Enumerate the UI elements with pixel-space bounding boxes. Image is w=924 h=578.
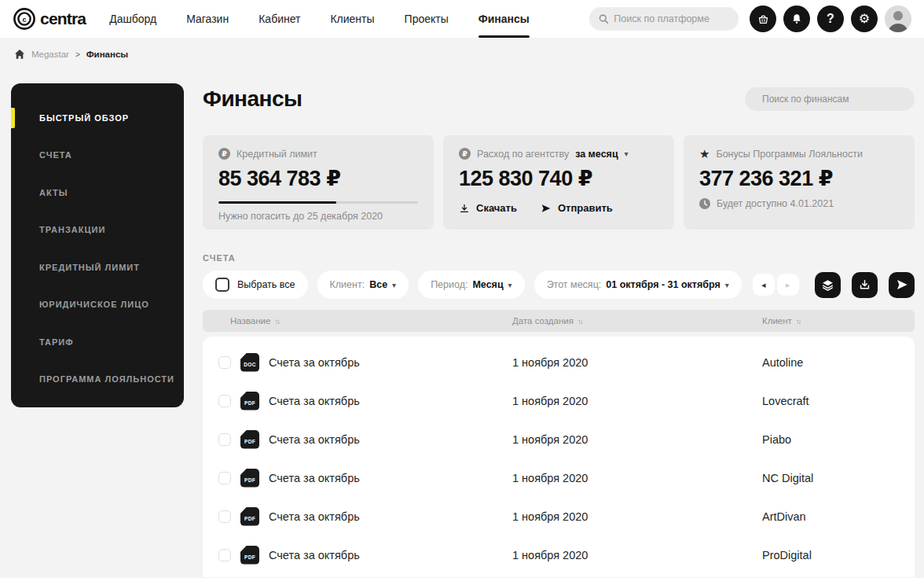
row-checkbox[interactable] bbox=[218, 549, 231, 561]
column-header-name[interactable]: Название ↑↓ bbox=[218, 316, 512, 326]
agency-spend-card: ₽ Расход по агентству за месяц ▾ 125 830… bbox=[443, 135, 674, 230]
table-row[interactable]: DOC Счета за октябрь 1 ноября 2020 Autol… bbox=[203, 343, 915, 381]
help-button[interactable]: ? bbox=[817, 6, 844, 32]
select-all-pill[interactable]: Выбрать все bbox=[203, 271, 308, 299]
invoice-date: 1 ноября 2020 bbox=[512, 510, 762, 523]
send-report-button[interactable]: Отправить bbox=[541, 202, 613, 214]
clock-icon bbox=[699, 198, 710, 209]
column-header-client[interactable]: Клиент ↑↓ bbox=[762, 316, 915, 326]
download-report-button[interactable]: Скачать bbox=[459, 202, 517, 214]
client-filter-label: Клиент: bbox=[330, 279, 365, 290]
sidebar-item[interactable]: АКТЫ bbox=[11, 174, 184, 212]
nav-item[interactable]: Кабинет bbox=[258, 0, 300, 38]
file-type-icon: PDF bbox=[240, 392, 259, 410]
spend-period-dropdown[interactable]: за месяц bbox=[575, 149, 618, 160]
breadcrumb-separator: > bbox=[75, 50, 80, 59]
invoice-name: Счета за октябрь bbox=[269, 472, 360, 484]
logo-wordmark: centra bbox=[40, 9, 86, 28]
sidebar-item[interactable]: ТРАНЗАКЦИИ bbox=[11, 212, 184, 249]
loyalty-bonus-label: Бонусы Программы Лояльности bbox=[716, 149, 862, 160]
sidebar-item[interactable]: ПРОГРАММА ЛОЯЛЬНОСТИ bbox=[11, 361, 184, 399]
send-icon bbox=[896, 278, 908, 291]
select-all-label: Выбрать все bbox=[237, 279, 295, 290]
invoices-filter-row: Выбрать все Клиент: Все ▾ Период: Месяц … bbox=[203, 271, 915, 299]
notifications-button[interactable] bbox=[783, 6, 810, 32]
invoice-name-cell: PDF Счета за октябрь bbox=[218, 392, 512, 410]
period-filter-value: Месяц bbox=[472, 279, 503, 290]
invoice-client: ArtDivan bbox=[762, 510, 915, 523]
client-filter-dropdown[interactable]: Клиент: Все ▾ bbox=[317, 271, 409, 299]
next-page-button[interactable]: ▸ bbox=[777, 274, 799, 296]
nav-item[interactable]: Дашборд bbox=[109, 0, 156, 38]
finance-search-input[interactable] bbox=[762, 94, 897, 105]
invoices-table-header: Название ↑↓ Дата создания ↑↓ Клиент ↑↓ bbox=[203, 310, 915, 332]
file-type-icon: PDF bbox=[240, 469, 259, 488]
finance-search[interactable] bbox=[745, 87, 915, 111]
invoice-date: 1 ноября 2020 bbox=[512, 433, 762, 446]
home-icon[interactable] bbox=[14, 49, 25, 60]
star-icon: ★ bbox=[699, 148, 710, 160]
sort-icon: ↑↓ bbox=[796, 317, 801, 326]
breadcrumb-root[interactable]: Megastar bbox=[31, 50, 69, 59]
centra-logo[interactable]: c centra bbox=[13, 7, 86, 31]
send-button[interactable] bbox=[889, 272, 915, 298]
nav-item[interactable]: Финансы bbox=[478, 0, 530, 38]
basket-icon bbox=[757, 13, 770, 26]
column-label: Дата создания bbox=[512, 316, 574, 326]
month-range-dropdown[interactable]: Этот месяц: 01 октября - 31 октября ▾ bbox=[534, 271, 742, 299]
sidebar-item-label: ТРАНЗАКЦИИ bbox=[39, 225, 105, 234]
sidebar-item-label: СЧЕТА bbox=[39, 150, 72, 160]
loyalty-bonus-footer: Будет доступно 4.01.2021 bbox=[699, 198, 899, 209]
layers-button[interactable] bbox=[815, 272, 841, 298]
question-icon: ? bbox=[827, 13, 834, 25]
table-row[interactable]: PDF Счета за октябрь 1 ноября 2020 Lovec… bbox=[203, 381, 915, 420]
prev-page-button[interactable]: ◂ bbox=[753, 274, 775, 296]
invoice-client: Autoline bbox=[762, 356, 915, 369]
nav-item[interactable]: Магазин bbox=[186, 0, 229, 38]
loyalty-bonus-label-row: ★ Бонусы Программы Лояльности bbox=[699, 148, 899, 160]
sidebar-item[interactable]: ТАРИФ bbox=[11, 323, 184, 361]
row-checkbox[interactable] bbox=[218, 510, 231, 523]
svg-text:c: c bbox=[22, 16, 26, 24]
nav-item-label: Дашборд bbox=[109, 13, 156, 25]
table-row[interactable]: PDF Счета за октябрь 1 ноября 2020 NC Di… bbox=[203, 458, 915, 497]
sidebar-item-label: ТАРИФ bbox=[39, 337, 74, 347]
sidebar-item[interactable]: СЧЕТА bbox=[11, 137, 184, 175]
sidebar-item[interactable]: КРЕДИТНЫЙ ЛИМИТ bbox=[11, 249, 184, 286]
select-all-checkbox[interactable] bbox=[215, 278, 229, 292]
nav-item[interactable]: Клиенты bbox=[330, 0, 374, 38]
table-row[interactable]: PDF Счета за октябрь 1 ноября 2020 ProDi… bbox=[203, 536, 915, 574]
screen: c centra Дашборд Магазин Кабинет Клиенты bbox=[0, 0, 924, 578]
column-header-date[interactable]: Дата создания ↑↓ bbox=[512, 316, 762, 326]
platform-search[interactable] bbox=[589, 7, 739, 31]
period-filter-dropdown[interactable]: Период: Месяц ▾ bbox=[418, 271, 525, 299]
row-checkbox[interactable] bbox=[218, 356, 231, 369]
invoice-name: Счета за октябрь bbox=[269, 395, 360, 407]
platform-search-input[interactable] bbox=[614, 13, 729, 24]
download-button[interactable] bbox=[852, 272, 878, 298]
row-checkbox[interactable] bbox=[218, 395, 231, 407]
nav-item[interactable]: Проекты bbox=[405, 0, 449, 38]
row-checkbox[interactable] bbox=[218, 472, 231, 484]
sidebar-item[interactable]: ЮРИДИЧИСКОЕ ЛИЦО bbox=[11, 286, 184, 324]
table-actions bbox=[815, 272, 915, 298]
credit-limit-value: 85 364 783 ₽ bbox=[218, 166, 418, 191]
sidebar-item-label: БЫСТРЫЙ ОБЗОР bbox=[39, 113, 129, 123]
invoices-table: DOC Счета за октябрь 1 ноября 2020 Autol… bbox=[203, 337, 915, 577]
credit-limit-footer: Нужно погасить до 25 декабря 2020 bbox=[218, 211, 418, 222]
sidebar-item[interactable]: БЫСТРЫЙ ОБЗОР bbox=[11, 99, 184, 137]
row-checkbox[interactable] bbox=[218, 433, 231, 446]
settings-button[interactable]: ⚙ bbox=[851, 6, 878, 32]
table-row[interactable]: PDF Счета за октябрь 1 ноября 2020 Piabo bbox=[203, 420, 915, 458]
user-avatar[interactable] bbox=[885, 6, 911, 32]
ruble-circle-icon: ₽ bbox=[459, 148, 471, 160]
basket-button[interactable] bbox=[750, 6, 776, 32]
avatar-image bbox=[885, 6, 911, 32]
loyalty-bonus-value: 377 236 321 ₽ bbox=[699, 166, 899, 191]
invoice-name-cell: PDF Счета за октябрь bbox=[218, 469, 512, 488]
invoice-name-cell: DOC Счета за октябрь bbox=[218, 353, 512, 372]
invoice-name: Счета за октябрь bbox=[269, 356, 360, 369]
invoice-client: ProDigital bbox=[762, 549, 915, 561]
loyalty-bonus-footer-text: Будет доступно 4.01.2021 bbox=[717, 198, 834, 209]
table-row[interactable]: PDF Счета за октябрь 1 ноября 2020 ArtDi… bbox=[203, 497, 915, 536]
